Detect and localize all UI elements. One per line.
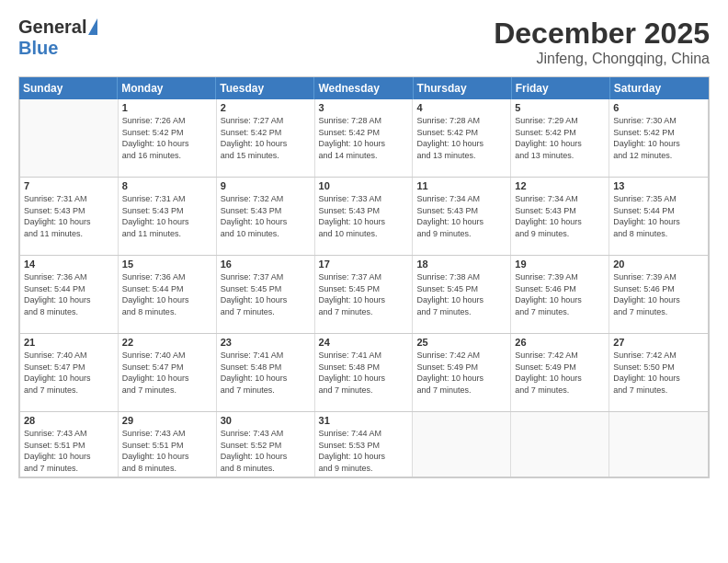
calendar-cell: 3Sunrise: 7:28 AM Sunset: 5:42 PM Daylig… xyxy=(315,99,414,177)
day-number: 20 xyxy=(613,259,704,270)
calendar-cell: 11Sunrise: 7:34 AM Sunset: 5:43 PM Dayli… xyxy=(413,178,511,255)
day-detail: Sunrise: 7:37 AM Sunset: 5:45 PM Dayligh… xyxy=(319,271,409,317)
day-detail: Sunrise: 7:31 AM Sunset: 5:43 PM Dayligh… xyxy=(24,193,114,239)
day-number: 21 xyxy=(24,337,114,348)
logo: General Blue xyxy=(18,17,97,59)
calendar-cell: 28Sunrise: 7:43 AM Sunset: 5:51 PM Dayli… xyxy=(20,412,119,477)
calendar-cell: 29Sunrise: 7:43 AM Sunset: 5:51 PM Dayli… xyxy=(119,412,217,477)
calendar-week-row: 14Sunrise: 7:36 AM Sunset: 5:44 PM Dayli… xyxy=(20,256,708,334)
day-detail: Sunrise: 7:33 AM Sunset: 5:43 PM Dayligh… xyxy=(319,193,409,239)
calendar-header-cell: Wednesday xyxy=(314,77,413,99)
header: General Blue December 2025 Jinfeng, Chon… xyxy=(18,17,710,67)
day-number: 17 xyxy=(319,259,409,270)
calendar-header-row: SundayMondayTuesdayWednesdayThursdayFrid… xyxy=(19,77,709,99)
day-detail: Sunrise: 7:35 AM Sunset: 5:44 PM Dayligh… xyxy=(613,193,704,239)
day-number: 29 xyxy=(122,415,212,426)
day-detail: Sunrise: 7:37 AM Sunset: 5:45 PM Dayligh… xyxy=(221,271,311,317)
calendar-cell: 23Sunrise: 7:41 AM Sunset: 5:48 PM Dayli… xyxy=(217,334,315,411)
calendar-cell: 7Sunrise: 7:31 AM Sunset: 5:43 PM Daylig… xyxy=(20,178,119,255)
calendar-header-cell: Thursday xyxy=(414,77,512,99)
calendar-cell: 26Sunrise: 7:42 AM Sunset: 5:49 PM Dayli… xyxy=(511,334,609,411)
calendar-week-row: 1Sunrise: 7:26 AM Sunset: 5:42 PM Daylig… xyxy=(20,99,708,178)
day-number: 24 xyxy=(319,337,409,348)
calendar-cell: 24Sunrise: 7:41 AM Sunset: 5:48 PM Dayli… xyxy=(315,334,414,411)
logo-blue-text: Blue xyxy=(18,38,58,59)
day-detail: Sunrise: 7:28 AM Sunset: 5:42 PM Dayligh… xyxy=(319,115,409,161)
day-number: 10 xyxy=(319,180,409,191)
calendar-week-row: 28Sunrise: 7:43 AM Sunset: 5:51 PM Dayli… xyxy=(20,412,708,477)
day-detail: Sunrise: 7:31 AM Sunset: 5:43 PM Dayligh… xyxy=(122,193,212,239)
calendar-cell: 22Sunrise: 7:40 AM Sunset: 5:47 PM Dayli… xyxy=(119,334,217,411)
day-detail: Sunrise: 7:29 AM Sunset: 5:42 PM Dayligh… xyxy=(515,115,605,161)
calendar-cell: 25Sunrise: 7:42 AM Sunset: 5:49 PM Dayli… xyxy=(413,334,511,411)
day-detail: Sunrise: 7:42 AM Sunset: 5:49 PM Dayligh… xyxy=(515,350,605,396)
calendar-cell: 14Sunrise: 7:36 AM Sunset: 5:44 PM Dayli… xyxy=(20,256,119,333)
calendar-week-row: 7Sunrise: 7:31 AM Sunset: 5:43 PM Daylig… xyxy=(20,178,708,256)
page: General Blue December 2025 Jinfeng, Chon… xyxy=(0,0,728,563)
calendar-cell: 15Sunrise: 7:36 AM Sunset: 5:44 PM Dayli… xyxy=(119,256,217,333)
calendar-cell: 9Sunrise: 7:32 AM Sunset: 5:43 PM Daylig… xyxy=(217,178,315,255)
day-number: 25 xyxy=(416,337,506,348)
day-detail: Sunrise: 7:44 AM Sunset: 5:53 PM Dayligh… xyxy=(319,428,409,474)
calendar-cell: 1Sunrise: 7:26 AM Sunset: 5:42 PM Daylig… xyxy=(119,99,217,177)
day-number: 30 xyxy=(221,415,311,426)
calendar-body: 1Sunrise: 7:26 AM Sunset: 5:42 PM Daylig… xyxy=(19,99,709,477)
calendar: SundayMondayTuesdayWednesdayThursdayFrid… xyxy=(18,76,710,478)
day-number: 31 xyxy=(319,415,409,426)
calendar-cell: 5Sunrise: 7:29 AM Sunset: 5:42 PM Daylig… xyxy=(511,99,609,177)
day-number: 5 xyxy=(515,102,605,113)
day-detail: Sunrise: 7:40 AM Sunset: 5:47 PM Dayligh… xyxy=(24,350,114,396)
day-detail: Sunrise: 7:42 AM Sunset: 5:49 PM Dayligh… xyxy=(416,350,506,396)
calendar-cell: 18Sunrise: 7:38 AM Sunset: 5:45 PM Dayli… xyxy=(413,256,511,333)
day-detail: Sunrise: 7:36 AM Sunset: 5:44 PM Dayligh… xyxy=(122,271,212,317)
day-detail: Sunrise: 7:34 AM Sunset: 5:43 PM Dayligh… xyxy=(416,193,506,239)
day-number: 13 xyxy=(613,180,704,191)
day-detail: Sunrise: 7:41 AM Sunset: 5:48 PM Dayligh… xyxy=(319,350,409,396)
main-title: December 2025 xyxy=(494,17,710,51)
day-detail: Sunrise: 7:39 AM Sunset: 5:46 PM Dayligh… xyxy=(613,271,704,317)
day-number: 6 xyxy=(613,102,704,113)
logo-general-text: General xyxy=(18,17,86,38)
day-detail: Sunrise: 7:41 AM Sunset: 5:48 PM Dayligh… xyxy=(221,350,311,396)
calendar-cell: 30Sunrise: 7:43 AM Sunset: 5:52 PM Dayli… xyxy=(217,412,315,477)
day-number: 27 xyxy=(613,337,704,348)
sub-title: Jinfeng, Chongqing, China xyxy=(494,51,710,67)
calendar-cell: 10Sunrise: 7:33 AM Sunset: 5:43 PM Dayli… xyxy=(315,178,414,255)
day-detail: Sunrise: 7:43 AM Sunset: 5:51 PM Dayligh… xyxy=(24,428,114,474)
calendar-cell: 31Sunrise: 7:44 AM Sunset: 5:53 PM Dayli… xyxy=(315,412,414,477)
day-number: 28 xyxy=(24,415,114,426)
calendar-cell: 19Sunrise: 7:39 AM Sunset: 5:46 PM Dayli… xyxy=(511,256,609,333)
calendar-cell: 6Sunrise: 7:30 AM Sunset: 5:42 PM Daylig… xyxy=(609,99,708,177)
day-number: 16 xyxy=(221,259,311,270)
calendar-cell: 20Sunrise: 7:39 AM Sunset: 5:46 PM Dayli… xyxy=(609,256,708,333)
day-number: 23 xyxy=(221,337,311,348)
day-number: 15 xyxy=(122,259,212,270)
day-detail: Sunrise: 7:43 AM Sunset: 5:52 PM Dayligh… xyxy=(221,428,311,474)
day-detail: Sunrise: 7:28 AM Sunset: 5:42 PM Dayligh… xyxy=(416,115,506,161)
logo-triangle-icon xyxy=(88,18,97,35)
calendar-cell: 13Sunrise: 7:35 AM Sunset: 5:44 PM Dayli… xyxy=(609,178,708,255)
calendar-header-cell: Monday xyxy=(118,77,216,99)
day-number: 19 xyxy=(515,259,605,270)
day-number: 18 xyxy=(416,259,506,270)
calendar-header-cell: Saturday xyxy=(610,77,709,99)
calendar-header-cell: Tuesday xyxy=(216,77,314,99)
day-detail: Sunrise: 7:42 AM Sunset: 5:50 PM Dayligh… xyxy=(613,350,704,396)
calendar-cell: 12Sunrise: 7:34 AM Sunset: 5:43 PM Dayli… xyxy=(511,178,609,255)
calendar-week-row: 21Sunrise: 7:40 AM Sunset: 5:47 PM Dayli… xyxy=(20,334,708,412)
calendar-cell xyxy=(20,99,119,177)
day-detail: Sunrise: 7:36 AM Sunset: 5:44 PM Dayligh… xyxy=(24,271,114,317)
day-number: 9 xyxy=(221,180,311,191)
day-detail: Sunrise: 7:32 AM Sunset: 5:43 PM Dayligh… xyxy=(221,193,311,239)
day-detail: Sunrise: 7:43 AM Sunset: 5:51 PM Dayligh… xyxy=(122,428,212,474)
day-number: 26 xyxy=(515,337,605,348)
day-number: 12 xyxy=(515,180,605,191)
day-number: 8 xyxy=(122,180,212,191)
calendar-cell xyxy=(511,412,609,477)
day-number: 4 xyxy=(416,102,506,113)
day-detail: Sunrise: 7:39 AM Sunset: 5:46 PM Dayligh… xyxy=(515,271,605,317)
day-number: 2 xyxy=(221,102,311,113)
calendar-cell: 4Sunrise: 7:28 AM Sunset: 5:42 PM Daylig… xyxy=(413,99,511,177)
calendar-cell xyxy=(609,412,708,477)
day-number: 1 xyxy=(122,102,212,113)
